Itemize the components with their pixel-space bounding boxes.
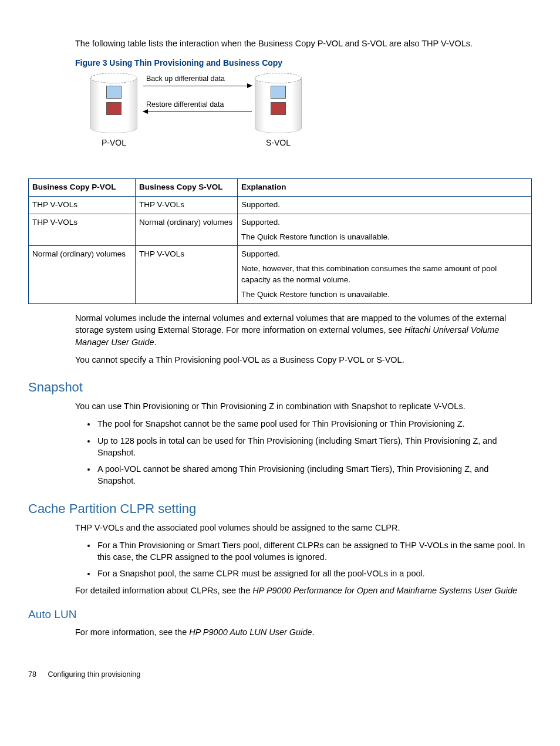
clpr-bullets: For a Thin Provisioning or Smart Tiers p… <box>75 539 527 580</box>
list-item: For a Snapshot pool, the same CLPR must … <box>96 568 527 579</box>
clpr-outro: For detailed information about CLPRs, se… <box>75 585 527 596</box>
table-cell: THP V-VOLs <box>29 214 136 246</box>
table-cell: THP V-VOLs <box>29 196 136 214</box>
intro-paragraph: The following table lists the interactio… <box>75 38 527 49</box>
interaction-table: Business Copy P-VOL Business Copy S-VOL … <box>28 178 532 304</box>
table-cell: Normal (ordinary) volumes <box>136 214 238 246</box>
list-item: A pool-VOL cannot be shared among Thin P… <box>96 463 527 487</box>
autolun-text: For more information, see the HP P9000 A… <box>75 626 527 638</box>
footer-section: Configuring thin provisioning <box>48 670 140 679</box>
table-cell: Normal (ordinary) volumes <box>29 246 136 304</box>
restore-arrow-label: Restore differential data <box>146 100 249 110</box>
restore-arrow <box>143 112 252 112</box>
svol-cylinder: S-VOL <box>255 73 302 131</box>
list-item: The pool for Snapshot cannot be the same… <box>96 418 527 430</box>
pvol-cylinder: P-VOL <box>90 73 137 131</box>
heading-clpr: Cache Partition CLPR setting <box>28 500 532 518</box>
figure-diagram: P-VOL S-VOL Back up differential data Re… <box>90 73 331 161</box>
table-header-row: Business Copy P-VOL Business Copy S-VOL … <box>29 178 532 196</box>
table-cell: Supported. The Quick Restore function is… <box>238 214 532 246</box>
table-cell: Supported. Note, however, that this comb… <box>238 246 532 304</box>
table-cell: THP V-VOLs <box>136 196 238 214</box>
table-row: Normal (ordinary) volumes THP V-VOLs Sup… <box>29 246 532 304</box>
clpr-intro: THP V-VOLs and the associated pool volum… <box>75 522 527 534</box>
table-header: Explanation <box>238 178 532 196</box>
heading-autolun: Auto LUN <box>28 607 532 623</box>
pvol-block-blue <box>106 86 122 99</box>
table-header: Business Copy P-VOL <box>29 178 136 196</box>
svol-block-blue <box>271 86 286 99</box>
snapshot-intro: You can use Thin Provisioning or Thin Pr… <box>75 400 527 412</box>
table-cell: Supported. <box>238 196 532 214</box>
backup-arrow <box>143 86 252 86</box>
svol-label: S-VOL <box>255 137 302 149</box>
figure-caption: Figure 3 Using Thin Provisioning and Bus… <box>75 58 527 69</box>
page-footer: 78 Configuring thin provisioning <box>28 670 532 680</box>
heading-snapshot: Snapshot <box>28 379 532 397</box>
list-item: For a Thin Provisioning or Smart Tiers p… <box>96 539 527 563</box>
pvol-label: P-VOL <box>90 137 137 149</box>
table-row: THP V-VOLs Normal (ordinary) volumes Sup… <box>29 214 532 246</box>
after-table-paragraph-1: Normal volumes include the internal volu… <box>75 312 527 348</box>
list-item: Up to 128 pools in total can be used for… <box>96 435 527 459</box>
table-row: THP V-VOLs THP V-VOLs Supported. <box>29 196 532 214</box>
table-header: Business Copy S-VOL <box>136 178 238 196</box>
pvol-block-red <box>106 102 122 115</box>
snapshot-bullets: The pool for Snapshot cannot be the same… <box>75 418 527 487</box>
table-cell: THP V-VOLs <box>136 246 238 304</box>
page-number: 78 <box>28 670 36 680</box>
svol-block-red <box>271 102 286 115</box>
after-table-paragraph-2: You cannot specify a Thin Provisioning p… <box>75 354 527 366</box>
backup-arrow-label: Back up differential data <box>146 74 249 85</box>
